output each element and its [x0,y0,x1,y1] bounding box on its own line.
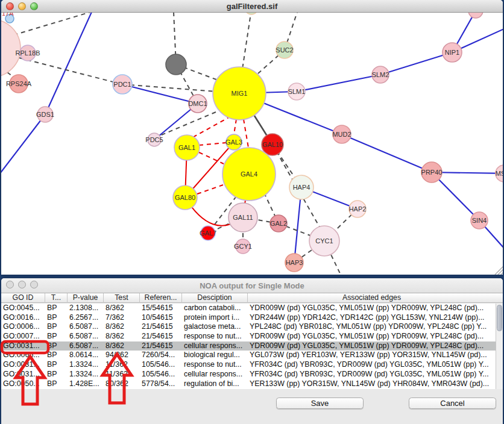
column-header-description[interactable]: Desciption [182,293,248,303]
edge-blue [297,75,380,92]
node-label-mig1: MIG1 [232,90,248,97]
node-label-pdc5: PDC5 [145,136,163,143]
node-label-slm1: SLM1 [288,88,306,95]
cell-go-id: GO:0016... [1,313,45,323]
cell-p-value: 1.3324... [68,370,104,379]
cell-associated-edges: YDR009W (pd) YGL035C, YML051W (pp) YDR00… [248,304,496,313]
minimize-button[interactable] [18,2,26,10]
cell-associated-edges: YDR244W (pp) YDR142C, YDR142C (pp) YGL15… [248,313,496,323]
node-top-green-partial[interactable] [245,13,258,14]
cell-type: BP [45,332,68,341]
cell-test: 8/362 [104,341,140,351]
cell-go-id: GO:0007... [1,332,45,341]
node-label-mud2: MUD2 [332,131,351,138]
edge-blue [1,114,45,173]
resize-grip-line[interactable] [501,272,503,275]
node-label-slm2: SLM2 [372,71,389,78]
close-button[interactable] [6,281,14,288]
cell-description: regulation of bi... [182,379,248,389]
cell-associated-edges: YFR034C (pd) YBR093C, YDR009W (pd) YGL03… [248,370,496,379]
noa-window-title: NOA output for Single Mode [200,281,304,290]
cell-test: 8/362 [104,322,140,332]
cancel-button[interactable]: Cancel [409,398,496,409]
node-label-gal11: GAL11 [233,214,253,221]
cell-go-id: GO:0031... [1,360,45,370]
cell-description: protein import i... [182,313,248,323]
cell-type: BP [45,370,68,379]
node-label-gds1: GDS1 [36,111,54,118]
cell-go-id: GO:0065... [1,351,45,360]
cell-test: 80/362 [104,379,140,389]
table-row[interactable]: GO:0007...BP6.5087...8/36221/54615respon… [1,332,496,341]
cell-go-id: GO:0006... [1,322,45,332]
cell-reference: 21/54615 [140,322,182,332]
cell-reference: 21/54615 [140,332,182,341]
node-label-prp40: PRP40 [421,169,443,176]
cell-reference: 7260/54... [140,351,182,360]
node-label-hap3: HAP3 [286,259,303,266]
close-button[interactable] [6,2,14,10]
cell-p-value: 6.5087... [68,332,104,341]
minimize-button[interactable] [18,281,26,288]
cell-associated-edges: YDR009W (pd) YGL035C, YML051W (pp) YDR00… [248,341,496,351]
vertical-scrollbar[interactable] [496,304,503,389]
edge-reddash [199,143,226,145]
column-header-reference[interactable]: Referen... [140,293,182,303]
node-left-large-partial[interactable] [1,19,20,77]
table-row[interactable]: GO:0050...BP1.428E...80/3625778/54...reg… [1,379,496,389]
network-graph: RPL18BRPS24AGDS1PDC1MIG1DMC1SUC2SLM1SLM2… [1,13,503,275]
column-header-type[interactable]: T... [45,293,68,303]
table-row-selected[interactable]: GO:0031...BP6.5087...8/36221/54615cellul… [1,341,496,351]
zoom-button[interactable] [30,281,38,288]
traffic-lights-inactive [6,281,38,288]
node-unnamed-gray[interactable] [166,54,186,75]
cell-p-value: 1.3324... [68,360,104,370]
table-row[interactable]: GO:0031...BP1.3324...11/362105/546...cel… [1,370,496,379]
cell-description: response to nut... [182,360,248,370]
cell-associated-edges: YER133W (pp) YOR315W, YNL145W (pd) YHR08… [248,379,496,389]
column-header-test[interactable]: Test [104,293,140,303]
cell-type: BP [45,313,68,323]
node-label-cyc1: CYC1 [315,237,333,245]
cell-test: 11/362 [104,360,140,370]
edge-blue [122,84,198,104]
node-label-sin4: SIN4 [472,217,487,224]
cell-type: BP [45,379,68,389]
node-label-gal80: GAL80 [175,194,195,201]
graph-window-title: galFiltered.sif [227,2,278,11]
scrollbar-thumb[interactable] [497,305,502,331]
table-row[interactable]: GO:0045...BP2.1308...8/36215/54615carbon… [1,304,496,313]
node-top-right-pink-partial[interactable] [468,13,483,18]
table-row[interactable]: GO:0031...BP1.3324...11/362105/546...res… [1,360,496,370]
column-header-go-id[interactable]: GO ID [1,293,45,303]
table-row[interactable]: GO:0065...BP8.0614...94/3627260/54...bio… [1,351,496,360]
cell-test: 94/362 [104,351,140,360]
save-button[interactable]: Save [276,398,364,409]
corner-node-label: 17A [2,13,14,17]
cell-associated-edges: YDR009W (pd) YGL035C, YML051W (pp) YDR00… [248,332,496,341]
cell-go-id: GO:0031... [1,341,45,351]
node-label-gal7: GAL7 [200,229,216,237]
cell-description: response to nut... [182,332,248,341]
cell-type: BP [45,341,68,351]
traffic-lights [6,2,38,10]
table-row[interactable]: GO:0006...BP6.5087...8/36221/54615galact… [1,322,496,332]
network-canvas[interactable]: RPL18BRPS24AGDS1PDC1MIG1DMC1SUC2SLM1SLM2… [1,13,503,275]
node-label-hap4: HAP4 [293,184,310,191]
zoom-button[interactable] [30,2,38,10]
column-header-p-value[interactable]: P-value [68,293,104,303]
cell-p-value: 8.0614... [68,351,104,360]
table-row[interactable]: GO:0016...BP6.2567...7/36210/54615protei… [1,313,496,323]
edge-blue [45,13,92,114]
cell-description: galactose meta... [182,322,248,332]
node-label-gal1: GAL1 [178,144,195,151]
edge-reddash [244,119,248,148]
screenshot-root: { "graph_window": { "title": "galFiltere… [0,0,504,424]
cell-associated-edges: YPL248C (pd) YBR018C, YML051W (pp) YDR00… [248,322,496,332]
node-label-rps24a: RPS24A [6,80,32,87]
edge-dash [6,13,90,37]
cell-description: carbon cataboli... [182,304,248,313]
cell-description: cellular respons... [182,341,248,351]
column-header-associated-edges[interactable]: Associated edges [248,293,496,303]
node-label-gal3: GAL3 [225,139,242,146]
